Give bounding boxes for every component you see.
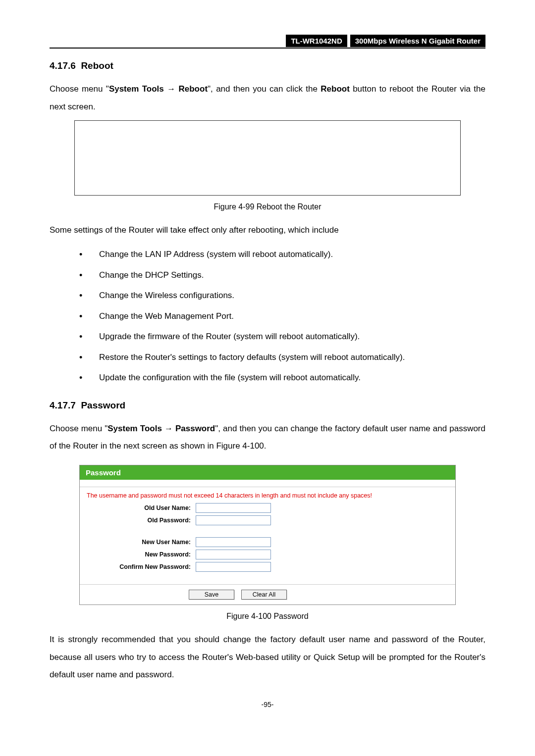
new-password-label: New Password: [87,551,196,558]
section-heading-password: 4.17.7 Password [50,400,485,411]
section-num: 4.17.6 [50,60,76,71]
warning-text: The username and password must not excee… [87,492,448,499]
new-password-input[interactable] [196,550,271,559]
figure-reboot-placeholder [74,120,461,196]
old-username-input[interactable] [196,503,271,513]
model-label: TL-WR1042ND [286,35,347,47]
confirm-password-label: Confirm New Password: [87,563,196,570]
confirm-password-input[interactable] [196,562,271,572]
password-screenshot: Password The username and password must … [79,465,456,605]
document-header: TL-WR1042ND 300Mbps Wireless N Gigabit R… [50,35,485,49]
arrow-icon: → [164,84,179,94]
new-username-label: New User Name: [87,539,196,546]
list-item: Change the Web Management Port. [79,306,485,327]
menu-password: Password [175,424,215,433]
save-button[interactable]: Save [189,590,234,600]
product-label: 300Mbps Wireless N Gigabit Router [350,35,485,47]
password-tail: It is strongly recommended that you shou… [50,631,485,684]
section-heading-reboot: 4.17.6 Reboot [50,60,485,71]
arrow-icon: → [162,424,175,433]
list-item: Update the configuration with the file (… [79,367,485,388]
list-item: Restore the Router's settings to factory… [79,347,485,368]
list-item: Change the LAN IP Address (system will r… [79,244,485,265]
old-password-input[interactable] [196,515,271,525]
list-item: Upgrade the firmware of the Router (syst… [79,326,485,347]
page-number: -95- [50,701,485,708]
reboot-bullets: Change the LAN IP Address (system will r… [50,244,485,388]
new-username-input[interactable] [196,537,271,547]
clear-all-button[interactable]: Clear All [241,590,287,600]
list-item: Change the Wireless configurations. [79,285,485,306]
menu-reboot: Reboot [179,84,208,94]
section-title: Password [81,400,125,410]
menu-system-tools: System Tools [109,84,164,94]
figure-caption-password: Figure 4-100 Password [50,612,485,621]
list-item: Change the DHCP Settings. [79,265,485,286]
password-intro: Choose menu "System Tools → Password", a… [50,420,485,455]
panel-divider [80,480,455,487]
old-password-label: Old Password: [87,517,196,524]
reboot-button-label: Reboot [321,84,350,94]
panel-title: Password [80,465,455,480]
figure-caption-reboot: Figure 4-99 Reboot the Router [50,202,485,211]
section-title: Reboot [81,60,113,71]
reboot-lead: Some settings of the Router will take ef… [50,221,485,239]
reboot-intro: Choose menu "System Tools → Reboot", and… [50,80,485,115]
old-username-label: Old User Name: [87,504,196,511]
menu-system-tools: System Tools [107,424,162,433]
section-num: 4.17.7 [50,400,76,410]
